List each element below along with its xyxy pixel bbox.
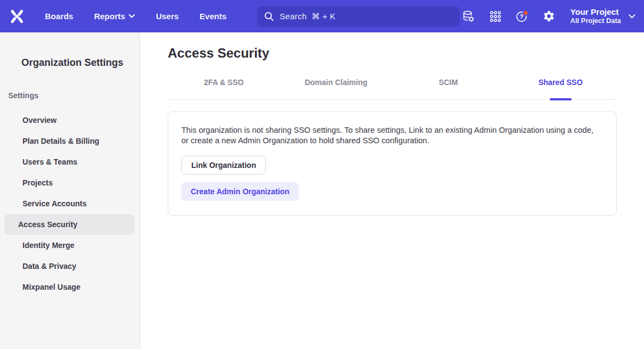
sidebar: Organization Settings Settings Overview …	[0, 32, 140, 349]
search-icon	[264, 12, 274, 21]
project-selector-labels: Your Project All Project Data	[571, 7, 621, 25]
sidebar-item-plan-details-billing[interactable]: Plan Details & Billing	[4, 131, 134, 151]
shared-sso-card: This organization is not sharing SSO set…	[168, 111, 617, 216]
notification-dot	[523, 10, 527, 15]
tab-bar: 2FA & SSO Domain Claiming SCIM Shared SS…	[168, 78, 617, 100]
sidebar-item-mixpanel-usage[interactable]: Mixpanel Usage	[4, 277, 134, 297]
data-management-icon[interactable]	[462, 10, 475, 23]
shared-sso-description: This organization is not sharing SSO set…	[181, 125, 599, 146]
project-selector[interactable]: Your Project All Project Data	[571, 7, 635, 25]
project-name: Your Project	[571, 7, 621, 17]
nav-icon-group: ?	[462, 10, 556, 23]
search-bar[interactable]	[257, 6, 460, 27]
help-icon[interactable]: ?	[516, 10, 529, 23]
nav-item-reports[interactable]: Reports	[94, 12, 135, 21]
page-title: Access Security	[168, 46, 617, 61]
chevron-down-icon	[129, 14, 135, 18]
sidebar-nav-list: Overview Plan Details & Billing Users & …	[0, 110, 140, 297]
sidebar-title: Organization Settings	[21, 57, 140, 69]
sidebar-section-label: Settings	[8, 91, 140, 100]
project-scope: All Project Data	[571, 17, 621, 25]
apps-grid-icon[interactable]	[489, 10, 502, 23]
tab-shared-sso[interactable]: Shared SSO	[504, 78, 617, 99]
svg-text:?: ?	[520, 13, 523, 20]
main-content: Access Security 2FA & SSO Domain Claimin…	[140, 32, 644, 349]
nav-item-events[interactable]: Events	[200, 12, 226, 21]
search-input[interactable]	[280, 12, 453, 21]
tab-domain-claiming[interactable]: Domain Claiming	[280, 78, 392, 99]
nav-item-users[interactable]: Users	[156, 12, 179, 21]
link-organization-button[interactable]: Link Organization	[181, 156, 266, 174]
page-body: Organization Settings Settings Overview …	[0, 32, 644, 349]
mixpanel-logo-icon[interactable]	[9, 9, 25, 24]
app-root: Boards Reports Users Events	[0, 0, 644, 349]
create-admin-organization-button[interactable]: Create Admin Organization	[181, 182, 299, 201]
sidebar-item-identity-merge[interactable]: Identity Merge	[4, 235, 134, 256]
sidebar-item-access-security[interactable]: Access Security	[4, 214, 134, 235]
nav-item-reports-label: Reports	[94, 12, 126, 21]
tab-scim[interactable]: SCIM	[392, 78, 505, 99]
active-tab-underline	[550, 98, 572, 100]
nav-item-boards[interactable]: Boards	[45, 12, 73, 21]
chevron-down-icon	[629, 14, 635, 19]
tab-2fa-sso[interactable]: 2FA & SSO	[168, 78, 280, 99]
sidebar-item-data-privacy[interactable]: Data & Privacy	[4, 256, 134, 277]
sidebar-item-users-teams[interactable]: Users & Teams	[4, 151, 134, 172]
primary-nav: Boards Reports Users Events	[45, 12, 226, 21]
top-nav: Boards Reports Users Events	[0, 0, 644, 32]
settings-gear-icon[interactable]	[543, 10, 556, 23]
sidebar-item-projects[interactable]: Projects	[4, 172, 134, 193]
sidebar-item-service-accounts[interactable]: Service Accounts	[4, 193, 134, 214]
sidebar-item-overview[interactable]: Overview	[4, 110, 134, 131]
tab-shared-sso-label: Shared SSO	[538, 78, 583, 87]
